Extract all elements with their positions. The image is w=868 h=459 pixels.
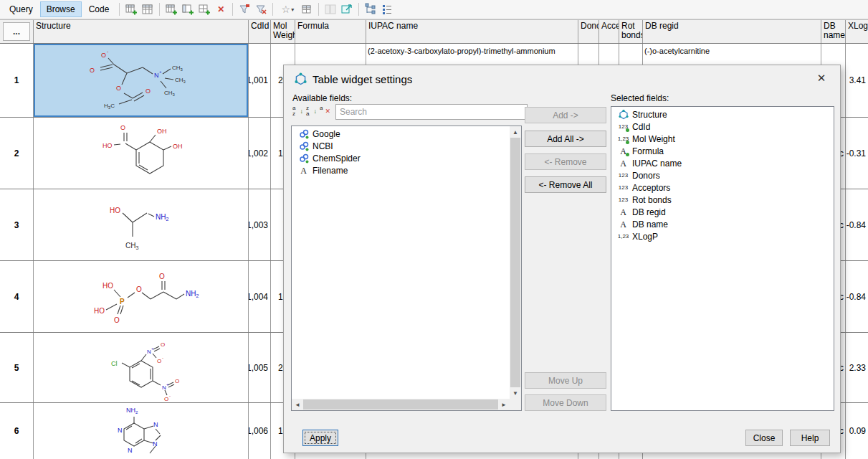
filter-icon[interactable] [237, 1, 252, 17]
xlogp-cell[interactable]: 2.33 [846, 333, 868, 402]
column-header-cdid[interactable]: CdId [249, 20, 271, 43]
scrollbar-thumb[interactable] [510, 138, 520, 387]
selected-field-item[interactable]: Structure [611, 108, 832, 120]
structure-cell[interactable]: O- O N+ CH3 CH3 CH3 O O H3C [34, 44, 249, 117]
xlogp-cell[interactable]: -0.84 [846, 261, 868, 332]
favorites-icon[interactable]: ☆▾ [277, 1, 298, 17]
cdid-cell[interactable]: 1,004 [249, 261, 271, 332]
column-header-acceptors[interactable]: Acceptors [599, 20, 619, 43]
available-field-item[interactable]: A Filename [292, 164, 509, 176]
grid-view-icon[interactable] [140, 1, 156, 17]
row-number[interactable]: 6 [0, 403, 34, 459]
column-header-iupac-name[interactable]: IUPAC name [366, 20, 578, 43]
export-view-icon[interactable] [339, 1, 355, 17]
column-header-xlogp[interactable]: XLogP [846, 20, 868, 43]
selected-field-item[interactable]: A DB regid [611, 206, 832, 218]
available-field-item[interactable]: Google [292, 128, 509, 140]
column-header-formula[interactable]: Formula [295, 20, 366, 43]
search-input[interactable] [335, 104, 528, 120]
cdid-cell[interactable]: 1,003 [249, 189, 271, 260]
help-button[interactable]: Help [790, 430, 830, 446]
selected-fields-list[interactable]: Structure 123 CdId 1,23 Mol Weight A For… [611, 106, 834, 411]
row-selector-button[interactable]: ... [3, 22, 30, 41]
field-label: DB regid [632, 207, 666, 217]
row-number[interactable]: 5 [0, 333, 34, 402]
field-label: Structure [632, 110, 667, 120]
scroll-down-icon[interactable]: ▼ [510, 387, 521, 399]
xlogp-cell[interactable]: -0.31 [846, 118, 868, 189]
column-header-mol-weight[interactable]: Mol Weight [271, 20, 295, 43]
remove-button[interactable]: <- Remove [525, 153, 606, 170]
field-label: ChemSpider [313, 153, 361, 164]
move-down-button[interactable]: Move Down [525, 394, 606, 411]
available-field-item[interactable]: ChemSpider [292, 152, 509, 164]
row-number[interactable]: 3 [0, 189, 34, 260]
structure-cell[interactable]: Cl N+ O O- N+ O O- [34, 333, 249, 402]
delete-icon[interactable]: ✕ [213, 1, 229, 17]
svg-text:CH3: CH3 [125, 242, 138, 250]
selected-field-item[interactable]: 1,23 Mol Weight [611, 133, 832, 145]
column-header-db-name[interactable]: DB name [821, 20, 846, 43]
selected-field-item[interactable]: A IUPAC name [611, 157, 832, 169]
cdid-cell[interactable]: 1,002 [249, 118, 271, 189]
window-layout-icon[interactable] [323, 1, 338, 17]
available-field-item[interactable]: NCBI [292, 140, 509, 152]
cdid-cell[interactable]: 1,005 [249, 333, 271, 402]
scroll-up-icon[interactable]: ▲ [510, 126, 521, 138]
row-number[interactable]: 4 [0, 261, 34, 332]
clear-sort-icon[interactable]: a ✕ [318, 105, 330, 118]
selected-field-item[interactable]: 123 Acceptors [611, 181, 832, 194]
small-table-icon[interactable] [299, 1, 315, 17]
move-up-button[interactable]: Move Up [525, 372, 606, 389]
close-icon[interactable]: ✕ [814, 71, 829, 85]
apply-button[interactable]: Apply [302, 430, 338, 446]
column-header-rot-bonds[interactable]: Rot bonds [619, 20, 643, 43]
new-grid-view-icon[interactable] [163, 1, 179, 17]
tab-code[interactable]: Code [82, 1, 116, 17]
remove-all-button[interactable]: <- Remove All [525, 176, 606, 193]
add-button[interactable]: Add -> [525, 107, 606, 123]
clear-filter-icon[interactable] [253, 1, 269, 17]
hierarchy-icon[interactable] [363, 1, 378, 17]
row-selector-header[interactable]: ... [0, 20, 34, 43]
add-all-button[interactable]: Add All -> [525, 131, 606, 147]
structure-cell[interactable]: NH2 N N N N [34, 403, 249, 459]
xlogp-cell[interactable]: 3.41 [846, 44, 868, 117]
scroll-right-icon[interactable]: ► [498, 399, 510, 410]
xlogp-cell[interactable]: -0.84 [846, 189, 868, 260]
dialog-molecule-icon [294, 72, 307, 88]
row-number[interactable]: 1 [0, 44, 34, 117]
horizontal-scrollbar[interactable]: ◄ ► [292, 399, 510, 410]
sort-descending-icon[interactable]: z a ↓ [305, 105, 317, 118]
scrollbar-thumb[interactable] [303, 399, 498, 410]
new-widget-icon[interactable] [196, 1, 212, 17]
selected-field-item[interactable]: 123 Rot bonds [611, 194, 832, 206]
cdid-cell[interactable]: 1,001 [249, 44, 271, 117]
selected-field-item[interactable]: 1,23 XLogP [611, 230, 832, 242]
add-row-icon[interactable] [123, 1, 139, 17]
tab-browse[interactable]: Browse [40, 1, 82, 17]
selected-field-item[interactable]: A Formula [611, 145, 832, 157]
vertical-scrollbar[interactable]: ▲ ▼ [510, 126, 521, 399]
toolbar-separator [119, 3, 120, 16]
column-header-donors[interactable]: Donors [578, 20, 599, 43]
scroll-left-icon[interactable]: ◄ [292, 399, 303, 410]
structure-cell[interactable]: O HO OH OH [34, 118, 249, 189]
cdid-cell[interactable]: 1,006 [249, 403, 271, 459]
sort-ascending-icon[interactable]: a z ↓ [291, 105, 303, 118]
field-list-icon[interactable] [379, 1, 395, 17]
xlogp-cell[interactable]: 0.09 [846, 403, 868, 459]
structure-cell[interactable]: HO NH2 CH3 [34, 189, 249, 260]
selected-field-item[interactable]: A DB name [611, 218, 832, 230]
available-fields-list[interactable]: Google NCBI ChemSpider A Filename ▲ ▼ [291, 126, 522, 411]
selected-field-item[interactable]: 123 Donors [611, 169, 832, 181]
field-icon-glyph: A [620, 208, 626, 217]
selected-field-item[interactable]: 123 CdId [611, 120, 832, 133]
column-header-structure[interactable]: Structure [34, 20, 249, 43]
structure-cell[interactable]: HO HO P O O O NH2 [34, 261, 249, 332]
close-button[interactable]: Close [745, 430, 783, 446]
column-header-db-regid[interactable]: DB regid [643, 20, 821, 43]
new-form-view-icon[interactable] [180, 1, 196, 17]
tab-query[interactable]: Query [3, 1, 39, 17]
row-number[interactable]: 2 [0, 118, 34, 189]
